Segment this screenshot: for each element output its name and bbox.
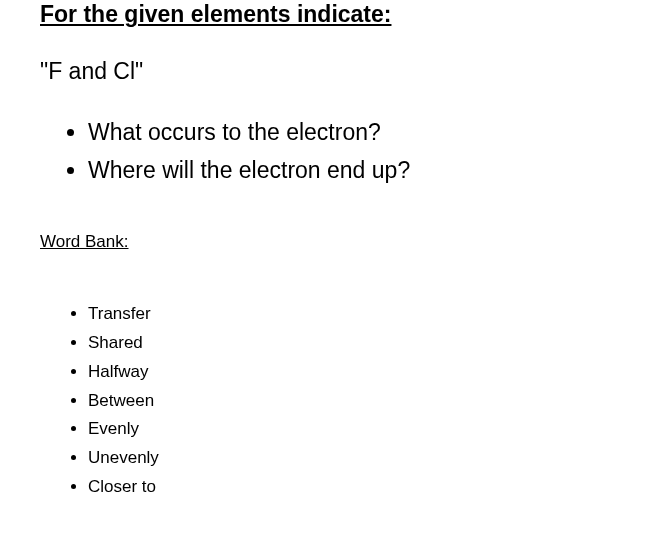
word-bank-item: Transfer [88,300,606,329]
word-bank-item: Closer to [88,473,606,502]
given-elements: "F and Cl" [40,58,606,85]
word-bank-item: Between [88,387,606,416]
document-content: For the given elements indicate: "F and … [0,0,646,502]
word-bank-item: Halfway [88,358,606,387]
question-list: What occurs to the electron? Where will … [40,115,606,188]
instruction-heading: For the given elements indicate: [40,0,606,30]
word-bank-item: Evenly [88,415,606,444]
word-bank-list: Transfer Shared Halfway Between Evenly U… [40,300,606,502]
question-item: What occurs to the electron? [88,115,606,150]
word-bank-heading: Word Bank: [40,232,606,252]
question-item: Where will the electron end up? [88,153,606,188]
word-bank-item: Unevenly [88,444,606,473]
word-bank-item: Shared [88,329,606,358]
